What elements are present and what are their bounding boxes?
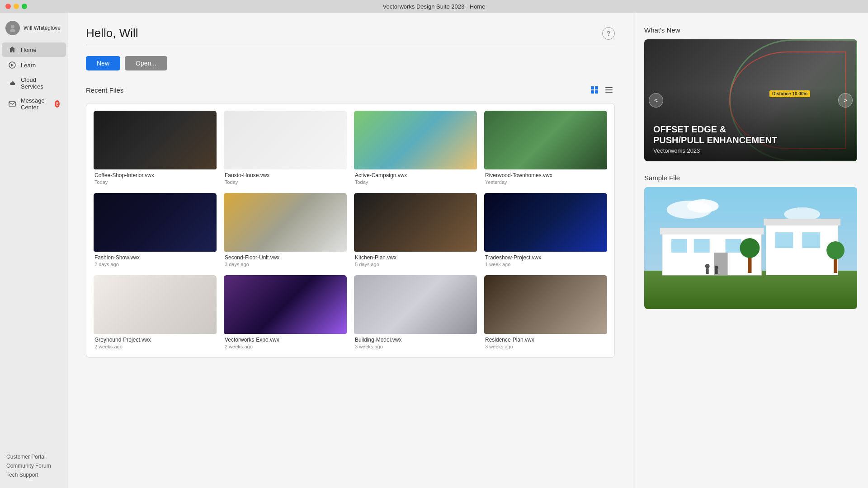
customer-portal-link[interactable]: Customer Portal [6,454,61,460]
file-name: Fausto-House.vwx [225,172,346,178]
svg-rect-8 [605,87,613,88]
file-card[interactable]: Fashion-Show.vwx2 days ago [94,193,217,268]
minimize-button[interactable] [14,4,19,9]
carousel-next-button[interactable]: > [838,93,853,108]
file-card[interactable]: Residence-Plan.vwx3 weeks ago [484,275,607,350]
file-card[interactable]: Fausto-House.vwxToday [224,111,347,186]
file-date: 3 weeks ago [485,344,606,349]
sidebar-item-learn[interactable]: Learn [2,58,66,72]
community-forum-link[interactable]: Community Forum [6,463,61,469]
file-date: 2 days ago [94,262,216,267]
svg-rect-10 [605,92,613,93]
svg-rect-34 [715,269,718,274]
svg-rect-24 [764,219,840,225]
sidebar-footer: Customer Portal Community Forum Tech Sup… [0,448,68,483]
distance-badge: Distance 10.00m [769,90,810,97]
file-date: Yesterday [485,179,606,185]
file-thumbnail [224,193,347,252]
file-card[interactable]: Tradeshow-Project.vwx1 week ago [484,193,607,268]
svg-rect-21 [726,239,741,253]
sidebar-item-cloud[interactable]: Cloud Services [2,73,66,93]
file-name: Greyhound-Project.vwx [94,337,216,343]
sidebar-user: Will Whiteglove [0,17,68,42]
sample-file-card[interactable] [644,187,857,309]
file-card[interactable]: Kitchen-Plan.vwx5 days ago [354,193,477,268]
page-header: Hello, Will ? [86,26,615,40]
file-date: 3 weeks ago [355,344,476,349]
sidebar-item-home-label: Home [21,47,37,53]
whats-new-subtitle: Vectorworks 2023 [653,147,848,154]
file-name: Tradeshow-Project.vwx [485,254,606,261]
files-grid: Coffee-Shop-Interior.vwxTodayFausto-Hous… [94,111,607,350]
close-button[interactable] [5,4,11,9]
file-card[interactable]: Greyhound-Project.vwx2 weeks ago [94,275,217,350]
file-thumbnail [354,193,477,252]
svg-rect-6 [591,90,594,94]
file-date: 3 days ago [225,262,346,267]
svg-rect-9 [605,89,613,90]
svg-rect-5 [595,86,598,89]
file-info: Fausto-House.vwxToday [224,169,347,186]
right-panel: What's New Distance 10.00m < > OFFSET ED… [633,13,868,488]
svg-rect-32 [706,268,709,274]
file-thumbnail [354,111,477,169]
file-info: Building-Model.vwx3 weeks ago [354,334,477,350]
file-thumbnail [224,111,347,169]
list-view-button[interactable] [603,84,615,96]
file-thumbnail [354,275,477,334]
svg-point-28 [740,238,760,258]
file-date: 2 weeks ago [225,344,346,349]
file-info: Vectorworks-Expo.vwx2 weeks ago [224,334,347,350]
help-button[interactable]: ? [602,27,615,40]
sidebar: Will Whiteglove Home [0,13,68,488]
file-name: Coffee-Shop-Interior.vwx [94,172,216,178]
sidebar-item-home[interactable]: Home [2,42,66,57]
sidebar-item-messages[interactable]: Message Center 8 [2,94,66,114]
svg-rect-29 [834,257,837,273]
file-name: Kitchen-Plan.vwx [355,254,476,261]
envelope-icon [8,100,16,108]
whats-new-title: What's New [644,26,857,34]
whats-new-image: Distance 10.00m < > OFFSET EDGE &PUSH/PU… [644,39,857,161]
whats-new-heading: OFFSET EDGE &PUSH/PULL ENHANCEMENT [653,124,848,145]
file-name: Residence-Plan.vwx [485,337,606,343]
page-title: Hello, Will [86,26,138,40]
recent-files-header: Recent Files [86,84,615,96]
file-date: Today [355,179,476,185]
file-name: Vectorworks-Expo.vwx [225,337,346,343]
svg-point-33 [715,266,718,269]
maximize-button[interactable] [22,4,27,9]
grid-icon [590,86,599,94]
whats-new-card[interactable]: Distance 10.00m < > OFFSET EDGE &PUSH/PU… [644,39,857,161]
cloud-icon [8,79,16,87]
svg-rect-3 [9,102,15,106]
file-card[interactable]: Active-Campaign.vwxToday [354,111,477,186]
window-controls[interactable] [5,4,27,9]
svg-rect-20 [694,239,710,253]
file-info: Residence-Plan.vwx3 weeks ago [484,334,607,350]
file-thumbnail [484,193,607,252]
file-card[interactable]: Second-Floor-Unit.vwx3 days ago [224,193,347,268]
recent-files-title: Recent Files [86,86,123,94]
file-card[interactable]: Coffee-Shop-Interior.vwxToday [94,111,217,186]
svg-rect-12 [644,271,857,309]
file-thumbnail [484,111,607,169]
file-info: Kitchen-Plan.vwx5 days ago [354,252,477,268]
svg-point-31 [705,264,710,268]
new-button[interactable]: New [86,56,120,70]
main-content: Hello, Will ? New Open... Recent Files [68,13,633,488]
file-card[interactable]: Riverwood-Townhomes.vwxYesterday [484,111,607,186]
sidebar-item-messages-label: Message Center [21,97,50,111]
carousel-prev-button[interactable]: < [649,93,663,108]
sidebar-item-cloud-label: Cloud Services [21,76,60,90]
tech-support-link[interactable]: Tech Support [6,472,61,478]
file-date: 2 weeks ago [94,344,216,349]
file-card[interactable]: Building-Model.vwx3 weeks ago [354,275,477,350]
svg-rect-18 [660,228,764,235]
file-info: Tradeshow-Project.vwx1 week ago [484,252,607,268]
svg-point-30 [826,241,844,259]
open-button[interactable]: Open... [125,56,167,70]
window-title: Vectorworks Design Suite 2023 - Home [383,3,486,10]
grid-view-button[interactable] [589,84,600,96]
file-card[interactable]: Vectorworks-Expo.vwx2 weeks ago [224,275,347,350]
